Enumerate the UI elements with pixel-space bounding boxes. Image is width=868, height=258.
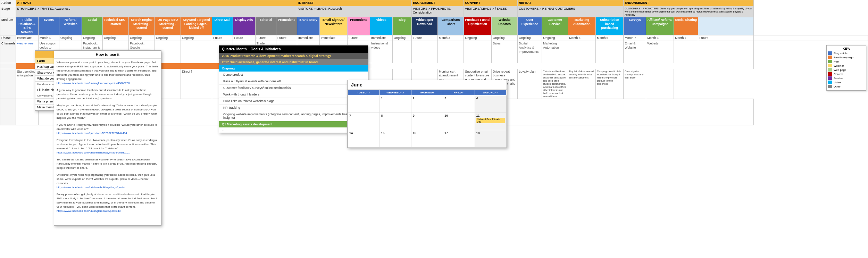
content-empty-r2-3 [59, 99, 82, 125]
channels-label: Channels [0, 41, 16, 63]
med-promotions-2: Promotions [348, 17, 370, 35]
channels-empty-4 [181, 41, 212, 63]
phase-future-7: Future [698, 35, 754, 41]
content-empty-9 [412, 69, 438, 99]
channels-empty-6 [233, 41, 256, 63]
action-convert: CONVERT [464, 0, 518, 6]
stage-row: Stage STRANGERS > TRAFFIC: Awareness VIS… [0, 6, 868, 17]
stage-attract: STRANGERS > TRAFFIC: Awareness [16, 6, 297, 17]
howto-link-4[interactable]: https://www.facebook.com/questions/50200… [57, 132, 127, 135]
phase-month7-2: Month 7 [674, 35, 698, 41]
main-table: Action ATTRACT INTEREST ENGAGEMENT CONVE… [0, 0, 868, 125]
phase-future-6: Future [412, 35, 438, 41]
phase-month7: Month 7 [624, 35, 646, 41]
phase-immediate-2: Immediate [297, 35, 320, 41]
channels-row: Channels View list here Use coupon codes… [0, 41, 868, 63]
channels-website: Website [646, 41, 674, 63]
cal-cell-16: 16 [411, 130, 443, 148]
channels-empty-12 [412, 41, 438, 63]
medium-row: Medium Public Relations & Bill's Network… [0, 17, 868, 35]
stage-engagement: VISITORS > PROSPECTS: Consideration [412, 6, 464, 17]
med-onpage-seo: On-Page SEO Marketing - started [155, 17, 181, 35]
cal-cell-15: 15 [379, 130, 411, 148]
content-row-2: Hand out coupons/ code to get sampler & … [0, 99, 868, 125]
phase-ongoing-6: Ongoing [181, 35, 212, 41]
howto-text-5: Everyone loves to put in their two cents… [57, 138, 159, 151]
channels-empty-9 [320, 41, 348, 63]
action-interest: INTEREST [297, 0, 412, 6]
channels-empty-16 [596, 41, 624, 63]
med-search-engine: Search Engine Marketing - started [129, 17, 155, 35]
content-empty-r2-2 [39, 99, 59, 125]
phase-month6: Month 6 [596, 35, 624, 41]
phase-month1: Month 1 [39, 35, 59, 41]
content-campaign: campaign specific copy and details about… [82, 69, 129, 99]
channels-empty-5 [212, 41, 233, 63]
content-label-2 [0, 99, 16, 125]
content-extra-r2 [698, 99, 754, 125]
channels-instructional: Instructional videos [370, 41, 393, 63]
content-empty-4 [297, 69, 320, 99]
example-label-cell [0, 63, 16, 69]
phase-row: Phase Immediate Month 1 Ongoing Ongoing … [0, 35, 868, 41]
med-display-ads: Display Ads [233, 17, 256, 35]
phase-ongoing-4: Ongoing [129, 35, 155, 41]
med-events: Events [39, 17, 59, 35]
channels-coupon: Use coupon codes to measure engagement [39, 41, 59, 63]
content-empty-8 [393, 69, 412, 99]
channels-extra [698, 41, 754, 63]
med-social-sharing: Social Sharing [674, 17, 698, 35]
howto-text-6: You can be as fun and creative as you li… [57, 158, 159, 170]
phase-ongoing-10: Ongoing [518, 35, 542, 41]
content-handout: Hand out coupons/ code to get sampler & … [82, 99, 103, 125]
content-monitor: Monitor cart abandonment rate [438, 69, 464, 99]
example-bar: Example [16, 63, 256, 69]
content-empty-r2-1 [16, 99, 39, 125]
phase-extra [754, 35, 868, 41]
stage-convert: VISITORS/ LEADS > / SALES [464, 6, 518, 17]
channels-empty-11 [393, 41, 412, 63]
main-wrapper: Action ATTRACT INTEREST ENGAGEMENT CONVE… [0, 0, 868, 258]
phase-future-4: Future [276, 35, 297, 41]
content-empty-r2-4 [103, 99, 297, 125]
howto-link-7[interactable]: https://www.facebook.com/brisbaneholiday… [57, 186, 125, 189]
phase-ongoing-2: Ongoing [82, 35, 103, 41]
content-campaign2: Campaign to articulate incentives for th… [596, 69, 624, 99]
cal-cell-17: 17 [443, 130, 475, 148]
channels-sales: Sales [492, 41, 518, 63]
med-customer-service: Customer Service [542, 17, 568, 35]
channels-empty-3 [155, 41, 181, 63]
phase-ongoing-7: Ongoing [393, 35, 412, 41]
med-surveys: Surveys [624, 17, 646, 35]
content-loyalty: Loyalty plan [518, 69, 542, 99]
med-subscription: Subscription based purchasing [596, 17, 624, 35]
phase-immediate: Immediate [16, 35, 39, 41]
howto-link-8[interactable]: https://www.facebook.com/untanglemeweb/p… [57, 209, 120, 213]
howto-link-5[interactable]: https://www.facebook.com/brisbaneholiday… [57, 151, 130, 154]
phase-future-1: Future [212, 35, 233, 41]
phase-month5: Month 5 [568, 35, 596, 41]
content-campaign3: Campaign to share photos and their story [624, 69, 646, 99]
content-supportive: Supportive email content to ensure prope… [464, 69, 492, 99]
med-keyword: Keyword Targeted Landing Pages - kicked … [181, 17, 212, 35]
channels-empty-17 [674, 41, 698, 63]
channels-empty-15 [568, 41, 596, 63]
channels-viewlist[interactable]: View list here [16, 41, 39, 63]
med-user-exp: User Experience [518, 17, 542, 35]
cal-cell-14: 14 [348, 130, 379, 148]
howto-section-6: You can be as fun and creative as you li… [57, 158, 159, 170]
med-promotions-1: Promotions [276, 17, 297, 35]
action-endorsement: ENDORSEMENT [624, 0, 754, 6]
phase-ongoing-5: Ongoing [155, 35, 181, 41]
channels-empty-10 [348, 41, 370, 63]
med-affiliate: Affiliate/ Referral Campaigns [646, 17, 674, 35]
howto-text-7: Of course, if you need help organizing y… [57, 173, 159, 185]
example-filler [256, 63, 754, 69]
med-purchase-funnel: Purchase Funnel Optimization [464, 17, 492, 35]
content-empty-5 [320, 69, 348, 99]
channels-empty-7 [276, 41, 297, 63]
phase-month3: Month 3 [438, 35, 464, 41]
howto-section-7: Of course, if you need help organizing y… [57, 173, 159, 190]
med-direct-mail: Direct Mail [212, 17, 233, 35]
channels-digital: Digital Analytics & Improvements [518, 41, 542, 63]
